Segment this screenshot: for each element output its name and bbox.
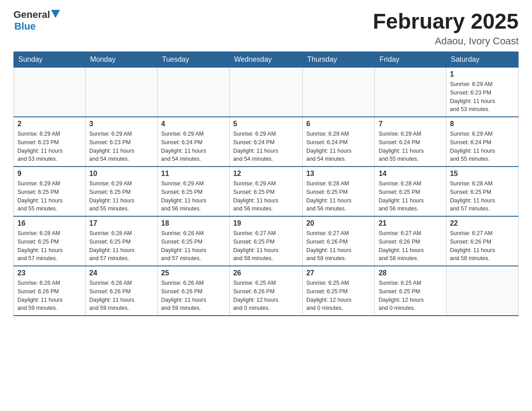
calendar-cell: 18Sunrise: 6:28 AM Sunset: 6:25 PM Dayli… bbox=[157, 216, 229, 266]
month-title: February 2025 bbox=[373, 9, 519, 34]
day-info: Sunrise: 6:28 AM Sunset: 6:25 PM Dayligh… bbox=[450, 180, 515, 213]
location-subtitle: Adaou, Ivory Coast bbox=[373, 35, 519, 47]
calendar-week-row: 16Sunrise: 6:28 AM Sunset: 6:25 PM Dayli… bbox=[14, 216, 519, 266]
calendar-cell: 2Sunrise: 6:29 AM Sunset: 6:23 PM Daylig… bbox=[14, 117, 86, 167]
calendar-cell: 8Sunrise: 6:29 AM Sunset: 6:24 PM Daylig… bbox=[446, 117, 518, 167]
calendar-cell: 27Sunrise: 6:25 AM Sunset: 6:25 PM Dayli… bbox=[302, 266, 375, 316]
title-section: February 2025 Adaou, Ivory Coast bbox=[373, 9, 519, 47]
day-number: 9 bbox=[17, 170, 82, 178]
day-info: Sunrise: 6:28 AM Sunset: 6:25 PM Dayligh… bbox=[89, 229, 154, 263]
day-info: Sunrise: 6:27 AM Sunset: 6:26 PM Dayligh… bbox=[306, 229, 371, 263]
day-info: Sunrise: 6:29 AM Sunset: 6:24 PM Dayligh… bbox=[378, 130, 442, 163]
day-number: 17 bbox=[89, 219, 154, 227]
calendar-table: SundayMondayTuesdayWednesdayThursdayFrid… bbox=[13, 51, 519, 316]
calendar-cell: 17Sunrise: 6:28 AM Sunset: 6:25 PM Dayli… bbox=[86, 216, 158, 266]
day-info: Sunrise: 6:28 AM Sunset: 6:25 PM Dayligh… bbox=[306, 180, 371, 213]
weekday-header-friday: Friday bbox=[375, 52, 446, 68]
day-number: 12 bbox=[233, 170, 299, 178]
day-info: Sunrise: 6:25 AM Sunset: 6:25 PM Dayligh… bbox=[306, 279, 371, 313]
day-number: 25 bbox=[161, 269, 226, 277]
day-number: 11 bbox=[161, 170, 226, 178]
calendar-cell: 25Sunrise: 6:26 AM Sunset: 6:26 PM Dayli… bbox=[157, 266, 229, 316]
calendar-cell: 9Sunrise: 6:29 AM Sunset: 6:25 PM Daylig… bbox=[14, 167, 86, 216]
day-number: 7 bbox=[378, 120, 442, 128]
day-number: 4 bbox=[161, 120, 226, 128]
day-info: Sunrise: 6:26 AM Sunset: 6:26 PM Dayligh… bbox=[161, 279, 226, 313]
calendar-week-row: 1Sunrise: 6:29 AM Sunset: 6:23 PM Daylig… bbox=[14, 68, 519, 117]
day-info: Sunrise: 6:28 AM Sunset: 6:25 PM Dayligh… bbox=[378, 180, 442, 213]
day-number: 14 bbox=[378, 170, 442, 178]
day-number: 21 bbox=[378, 219, 442, 227]
calendar-cell: 14Sunrise: 6:28 AM Sunset: 6:25 PM Dayli… bbox=[375, 167, 446, 216]
calendar-cell: 4Sunrise: 6:29 AM Sunset: 6:24 PM Daylig… bbox=[157, 117, 229, 167]
day-number: 19 bbox=[233, 219, 299, 227]
calendar-cell: 3Sunrise: 6:29 AM Sunset: 6:23 PM Daylig… bbox=[86, 117, 158, 167]
day-number: 5 bbox=[233, 120, 299, 128]
weekday-header-thursday: Thursday bbox=[302, 52, 375, 68]
calendar-cell bbox=[229, 68, 302, 117]
calendar-week-row: 9Sunrise: 6:29 AM Sunset: 6:25 PM Daylig… bbox=[14, 167, 519, 216]
calendar-cell bbox=[302, 68, 375, 117]
calendar-cell: 28Sunrise: 6:25 AM Sunset: 6:25 PM Dayli… bbox=[375, 266, 446, 316]
logo-arrow-icon bbox=[51, 10, 60, 19]
day-number: 15 bbox=[450, 170, 515, 178]
day-info: Sunrise: 6:26 AM Sunset: 6:26 PM Dayligh… bbox=[17, 279, 82, 313]
calendar-cell: 21Sunrise: 6:27 AM Sunset: 6:26 PM Dayli… bbox=[375, 216, 446, 266]
day-info: Sunrise: 6:29 AM Sunset: 6:24 PM Dayligh… bbox=[161, 130, 226, 163]
day-info: Sunrise: 6:29 AM Sunset: 6:25 PM Dayligh… bbox=[161, 180, 226, 213]
day-info: Sunrise: 6:27 AM Sunset: 6:25 PM Dayligh… bbox=[233, 229, 299, 263]
calendar-cell: 6Sunrise: 6:29 AM Sunset: 6:24 PM Daylig… bbox=[302, 117, 375, 167]
day-number: 20 bbox=[306, 219, 371, 227]
calendar-cell: 16Sunrise: 6:28 AM Sunset: 6:25 PM Dayli… bbox=[14, 216, 86, 266]
day-number: 28 bbox=[378, 269, 442, 277]
weekday-header-monday: Monday bbox=[86, 52, 158, 68]
day-info: Sunrise: 6:29 AM Sunset: 6:24 PM Dayligh… bbox=[450, 130, 515, 163]
weekday-header-tuesday: Tuesday bbox=[157, 52, 229, 68]
calendar-week-row: 23Sunrise: 6:26 AM Sunset: 6:26 PM Dayli… bbox=[14, 266, 519, 316]
day-info: Sunrise: 6:29 AM Sunset: 6:24 PM Dayligh… bbox=[306, 130, 371, 163]
weekday-header-row: SundayMondayTuesdayWednesdayThursdayFrid… bbox=[14, 52, 519, 68]
logo: General Blue bbox=[13, 9, 60, 32]
day-number: 13 bbox=[306, 170, 371, 178]
calendar-cell: 11Sunrise: 6:29 AM Sunset: 6:25 PM Dayli… bbox=[157, 167, 229, 216]
day-number: 22 bbox=[450, 219, 515, 227]
day-number: 3 bbox=[89, 120, 154, 128]
calendar-cell: 24Sunrise: 6:26 AM Sunset: 6:26 PM Dayli… bbox=[86, 266, 158, 316]
calendar-cell: 15Sunrise: 6:28 AM Sunset: 6:25 PM Dayli… bbox=[446, 167, 518, 216]
weekday-header-wednesday: Wednesday bbox=[229, 52, 302, 68]
logo-general-text: General bbox=[13, 9, 50, 21]
day-info: Sunrise: 6:29 AM Sunset: 6:25 PM Dayligh… bbox=[17, 180, 82, 213]
calendar-cell: 7Sunrise: 6:29 AM Sunset: 6:24 PM Daylig… bbox=[375, 117, 446, 167]
day-number: 26 bbox=[233, 269, 299, 277]
day-info: Sunrise: 6:28 AM Sunset: 6:25 PM Dayligh… bbox=[17, 229, 82, 263]
calendar-cell: 12Sunrise: 6:29 AM Sunset: 6:25 PM Dayli… bbox=[229, 167, 302, 216]
weekday-header-saturday: Saturday bbox=[446, 52, 518, 68]
day-number: 2 bbox=[17, 120, 82, 128]
day-info: Sunrise: 6:25 AM Sunset: 6:25 PM Dayligh… bbox=[378, 279, 442, 313]
day-number: 1 bbox=[450, 70, 515, 78]
day-info: Sunrise: 6:29 AM Sunset: 6:23 PM Dayligh… bbox=[450, 80, 515, 114]
day-number: 8 bbox=[450, 120, 515, 128]
calendar-body: 1Sunrise: 6:29 AM Sunset: 6:23 PM Daylig… bbox=[14, 68, 519, 316]
page-header: General Blue February 2025 Adaou, Ivory … bbox=[13, 9, 519, 47]
calendar-cell: 19Sunrise: 6:27 AM Sunset: 6:25 PM Dayli… bbox=[229, 216, 302, 266]
day-info: Sunrise: 6:29 AM Sunset: 6:25 PM Dayligh… bbox=[89, 180, 154, 213]
calendar-cell: 23Sunrise: 6:26 AM Sunset: 6:26 PM Dayli… bbox=[14, 266, 86, 316]
calendar-cell: 22Sunrise: 6:27 AM Sunset: 6:26 PM Dayli… bbox=[446, 216, 518, 266]
day-info: Sunrise: 6:29 AM Sunset: 6:23 PM Dayligh… bbox=[89, 130, 154, 163]
day-info: Sunrise: 6:27 AM Sunset: 6:26 PM Dayligh… bbox=[450, 229, 515, 263]
calendar-header: SundayMondayTuesdayWednesdayThursdayFrid… bbox=[14, 52, 519, 68]
day-info: Sunrise: 6:25 AM Sunset: 6:26 PM Dayligh… bbox=[233, 279, 299, 313]
calendar-cell: 26Sunrise: 6:25 AM Sunset: 6:26 PM Dayli… bbox=[229, 266, 302, 316]
day-info: Sunrise: 6:29 AM Sunset: 6:24 PM Dayligh… bbox=[233, 130, 299, 163]
calendar-cell bbox=[446, 266, 518, 316]
calendar-week-row: 2Sunrise: 6:29 AM Sunset: 6:23 PM Daylig… bbox=[14, 117, 519, 167]
day-number: 27 bbox=[306, 269, 371, 277]
calendar-cell bbox=[14, 68, 86, 117]
day-number: 18 bbox=[161, 219, 226, 227]
day-info: Sunrise: 6:26 AM Sunset: 6:26 PM Dayligh… bbox=[89, 279, 154, 313]
day-number: 6 bbox=[306, 120, 371, 128]
day-number: 16 bbox=[17, 219, 82, 227]
calendar-cell bbox=[86, 68, 158, 117]
calendar-cell bbox=[375, 68, 446, 117]
